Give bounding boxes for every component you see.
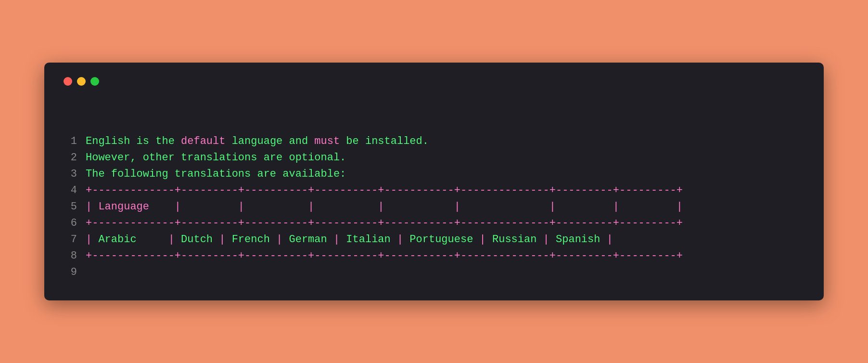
- code-segment: |: [270, 233, 289, 246]
- maximize-button[interactable]: [90, 77, 99, 86]
- code-segment: |: [536, 233, 556, 246]
- line-number: 9: [64, 264, 77, 281]
- code-segment: +-------------+---------+----------+----…: [86, 184, 683, 196]
- code-segment: |: [86, 233, 98, 246]
- code-segment: |: [391, 233, 410, 246]
- code-segment: |: [327, 233, 346, 246]
- code-line: 2However, other translations are optiona…: [64, 150, 804, 166]
- titlebar: [64, 77, 804, 86]
- code-segment: +-------------+---------+----------+----…: [86, 250, 683, 262]
- line-content: However, other translations are optional…: [86, 150, 346, 166]
- code-segment: German: [289, 233, 327, 246]
- code-segment: |: [600, 233, 613, 246]
- code-segment: |: [213, 233, 232, 246]
- terminal-window: 1English is the default language and mus…: [44, 63, 824, 300]
- line-content: English is the default language and must…: [86, 133, 429, 150]
- line-content: +-------------+---------+----------+----…: [86, 182, 683, 199]
- line-content: +-------------+---------+----------+----…: [86, 215, 683, 232]
- code-segment: |: [137, 233, 181, 246]
- line-number: 1: [64, 133, 77, 150]
- code-segment: Russian: [492, 233, 536, 246]
- code-segment: Spanish: [556, 233, 600, 246]
- code-segment: Arabic: [98, 233, 136, 246]
- line-number: 6: [64, 215, 77, 232]
- code-editor: 1English is the default language and mus…: [64, 100, 804, 281]
- code-segment: language and: [225, 135, 314, 147]
- code-segment: Dutch: [181, 233, 213, 246]
- code-line: 1English is the default language and mus…: [64, 133, 804, 150]
- code-line: 8+-------------+---------+----------+---…: [64, 248, 804, 264]
- code-segment: Portuguese: [409, 233, 473, 246]
- code-segment: must: [314, 135, 340, 147]
- code-line: 9: [64, 264, 804, 281]
- code-segment: The following translations are available…: [86, 168, 346, 180]
- line-content: The following translations are available…: [86, 166, 346, 182]
- code-segment: | Language | | | | | | | |: [86, 201, 683, 213]
- code-segment: Italian: [346, 233, 390, 246]
- line-content: +-------------+---------+----------+----…: [86, 248, 683, 264]
- close-button[interactable]: [64, 77, 72, 86]
- code-segment: |: [473, 233, 492, 246]
- code-segment: French: [232, 233, 270, 246]
- code-segment: +-------------+---------+----------+----…: [86, 217, 683, 229]
- line-number: 7: [64, 232, 77, 248]
- code-segment: However, other translations are optional…: [86, 152, 346, 164]
- code-segment: English is the: [86, 135, 181, 147]
- line-number: 4: [64, 182, 77, 199]
- minimize-button[interactable]: [77, 77, 86, 86]
- code-line: 7| Arabic | Dutch | French | German | It…: [64, 232, 804, 248]
- code-segment: default: [181, 135, 225, 147]
- line-content: | Language | | | | | | | |: [86, 199, 683, 215]
- line-number: 2: [64, 150, 77, 166]
- code-line: 3The following translations are availabl…: [64, 166, 804, 182]
- line-number: 8: [64, 248, 77, 264]
- code-line: 6+-------------+---------+----------+---…: [64, 215, 804, 232]
- line-number: 5: [64, 199, 77, 215]
- code-segment: be installed.: [340, 135, 429, 147]
- line-number: 3: [64, 166, 77, 182]
- code-line: 5| Language | | | | | | | |: [64, 199, 804, 215]
- code-line: 4+-------------+---------+----------+---…: [64, 182, 804, 199]
- line-content: | Arabic | Dutch | French | German | Ita…: [86, 232, 613, 248]
